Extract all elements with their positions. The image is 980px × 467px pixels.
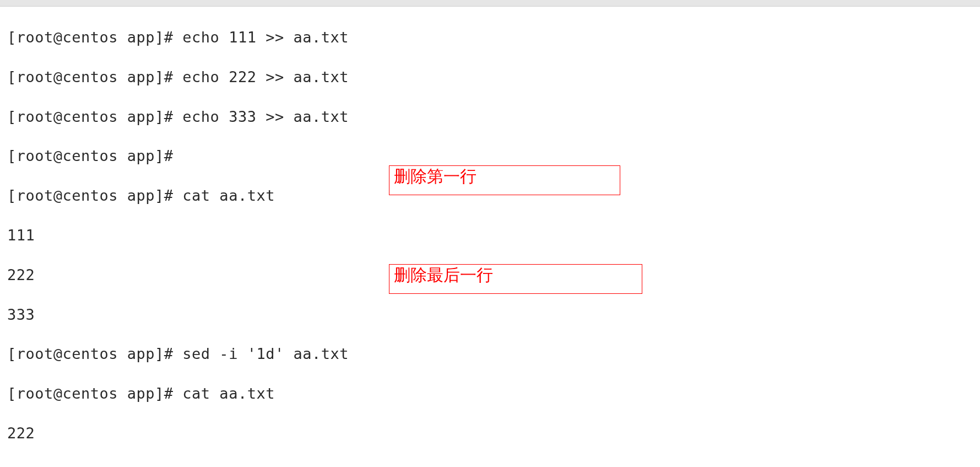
terminal-line: [root@centos app]# cat aa.txt bbox=[7, 186, 980, 206]
terminal-line: [root@centos app]# sed -i '1d' aa.txt bbox=[7, 344, 980, 364]
terminal-line: 222 bbox=[7, 423, 980, 443]
terminal-line: [root@centos app]# echo 111 >> aa.txt bbox=[7, 28, 980, 47]
terminal-line: 333 bbox=[7, 463, 980, 467]
terminal-output[interactable]: [root@centos app]# echo 111 >> aa.txt [r… bbox=[7, 8, 980, 467]
terminal-line: 222 bbox=[7, 265, 980, 285]
window-topbar bbox=[0, 0, 980, 7]
terminal-line: [root@centos app]# echo 222 >> aa.txt bbox=[7, 67, 980, 87]
terminal-line: [root@centos app]# cat aa.txt bbox=[7, 384, 980, 404]
terminal-line: 333 bbox=[7, 305, 980, 325]
terminal-line: 111 bbox=[7, 226, 980, 245]
terminal-line: [root@centos app]# bbox=[7, 146, 980, 166]
terminal-line: [root@centos app]# echo 333 >> aa.txt bbox=[7, 107, 980, 127]
